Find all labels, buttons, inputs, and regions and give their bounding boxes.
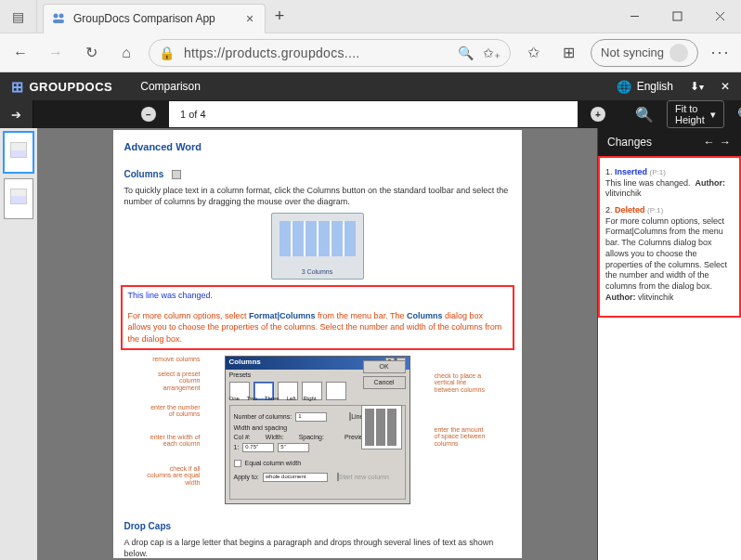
url-text: https://products.groupdocs.... [184, 46, 448, 60]
new-tab-button[interactable]: + [266, 7, 293, 26]
collections-icon[interactable]: ⊞ [552, 36, 585, 70]
browser-menu-icon[interactable]: ··· [704, 43, 737, 62]
maximize-icon[interactable] [656, 0, 698, 33]
app-bar: ⊞ GROUPDOCS Comparison 🌐 English ⬇︎▾ ✕ [0, 72, 741, 100]
logo-icon: ⊞ [11, 78, 24, 96]
zoom-out-icon[interactable]: 🔍 [635, 106, 654, 124]
next-page-button[interactable]: + [591, 107, 605, 122]
preset-right [326, 382, 346, 400]
svg-point-0 [54, 14, 58, 19]
diff-highlight-box: This line was changed. For more column o… [121, 285, 514, 349]
heading-columns: Columns [124, 169, 164, 179]
heading-dropcaps: Drop Caps [124, 521, 511, 531]
app-close-icon[interactable]: ✕ [721, 80, 730, 93]
svg-rect-2 [53, 20, 64, 23]
minimize-icon[interactable] [613, 0, 656, 33]
sync-button[interactable]: Not syncing [591, 39, 698, 67]
columns-icon [172, 170, 181, 179]
lock-icon: 🔒 [159, 46, 175, 60]
heading-advanced: Advanced Word [124, 141, 511, 152]
window-close-icon[interactable] [698, 0, 741, 33]
zoom-icon[interactable]: 🔍 [458, 46, 474, 60]
ann-number: enter the number of columns [147, 404, 201, 418]
add-favorite-icon[interactable]: ✩₊ [483, 46, 500, 60]
columns-dialog: Columns ?× Presets OneTwoThreeLeftRight [225, 356, 410, 504]
thumbnail-2[interactable] [4, 178, 33, 219]
columns-body: To quickly place text in a column format… [124, 185, 511, 207]
avatar-icon [670, 44, 688, 62]
viewer-toolbar: ➔ − 1 of 4 + 🔍 Fit to Height ▾ 🔍 [0, 100, 741, 128]
browser-tab[interactable]: GroupDocs Comparison App × [43, 4, 266, 33]
favorites-icon[interactable]: ✩ [516, 36, 550, 70]
brand-logo[interactable]: ⊞ GROUPDOCS [0, 78, 124, 96]
brand-text: GROUPDOCS [30, 80, 113, 94]
ann-vline: check to place a vertical line between c… [435, 372, 488, 394]
zoom-select[interactable]: Fit to Height ▾ [667, 100, 724, 128]
change-item-2[interactable]: 2. Deleted (P:1) For more column options… [605, 205, 734, 303]
chevron-down-icon: ▾ [710, 109, 716, 121]
globe-icon: 🌐 [617, 80, 631, 94]
thumbnail-strip [0, 128, 37, 560]
changes-panel: Changes ← → 1. Inserted (P:1) This line … [597, 128, 741, 560]
dialog-cancel-button: Cancel [363, 376, 406, 389]
dialog-title: Columns [229, 358, 261, 369]
ann-space: enter the amount of space between column… [435, 426, 488, 448]
back-icon[interactable]: ← [4, 36, 37, 70]
prev-page-button[interactable]: − [141, 107, 156, 122]
language-label: English [637, 80, 673, 93]
thumbnail-1[interactable] [4, 132, 33, 173]
svg-rect-4 [673, 12, 682, 20]
page-indicator: 1 of 4 [169, 101, 578, 127]
refresh-icon[interactable]: ↻ [74, 36, 108, 70]
app-section: Comparison [124, 80, 201, 93]
thumbnails-toggle-icon[interactable]: ➔ [0, 100, 33, 128]
dropcaps-body: A drop cap is a large letter that begins… [124, 537, 511, 559]
tab-actions-icon[interactable]: ▤ [0, 0, 37, 33]
language-selector[interactable]: 🌐 English [617, 80, 673, 94]
diagram-caption: 3 Columns [272, 268, 363, 275]
ann-equal: check if all columns are equal width [147, 465, 201, 487]
tab-title: GroupDocs Comparison App [73, 12, 242, 25]
download-icon[interactable]: ⬇︎▾ [690, 80, 704, 93]
tab-close-icon[interactable]: × [242, 11, 257, 26]
ann-width: enter the width of each column [147, 434, 201, 448]
ann-remove: remove columns [147, 356, 201, 363]
changes-title: Changes [607, 136, 652, 149]
svg-point-1 [59, 14, 64, 19]
columns-diagram: 3 Columns [271, 213, 364, 280]
document-area[interactable]: Advanced Word Columns To quickly place t… [37, 128, 597, 560]
sync-label: Not syncing [601, 46, 664, 59]
inserted-line: This line was changed. [128, 291, 507, 300]
browser-titlebar: ▤ GroupDocs Comparison App × + [0, 0, 741, 33]
changes-nav-arrows[interactable]: ← → [704, 136, 732, 149]
changes-list: 1. Inserted (P:1) This line was changed.… [598, 156, 741, 318]
zoom-label: Fit to Height [675, 103, 705, 125]
ann-select: select a preset column arrangement [147, 371, 201, 392]
url-box[interactable]: 🔒 https://products.groupdocs.... 🔍 ✩₊ [149, 39, 511, 67]
dialog-preview [361, 405, 402, 449]
zoom-in-icon[interactable]: 🔍 [737, 106, 741, 124]
dialog-ok-button: OK [363, 360, 406, 373]
favicon-icon [51, 11, 66, 26]
forward-icon: → [39, 36, 72, 70]
change-item-1[interactable]: 1. Inserted (P:1) This line was changed.… [605, 167, 734, 200]
document-page: Advanced Word Columns To quickly place t… [113, 130, 522, 558]
address-bar: ← → ↻ ⌂ 🔒 https://products.groupdocs....… [0, 33, 741, 72]
home-icon[interactable]: ⌂ [110, 36, 143, 70]
deleted-line: For more column options, select Format|C… [128, 310, 507, 344]
workspace: Advanced Word Columns To quickly place t… [0, 128, 741, 560]
